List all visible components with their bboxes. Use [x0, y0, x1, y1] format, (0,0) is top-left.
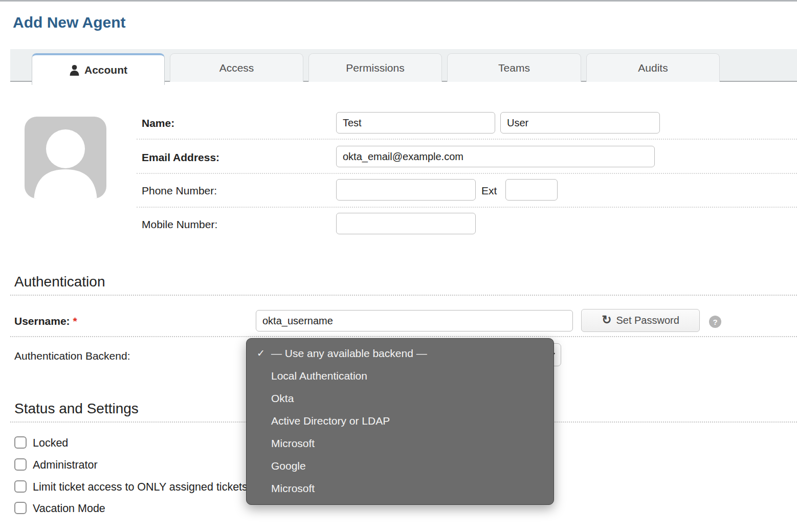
status-settings-heading: Status and Settings	[14, 401, 139, 417]
page-title: Add New Agent	[13, 14, 126, 31]
menu-option-use-any-backend[interactable]: ✓ — Use any available backend —	[247, 342, 554, 365]
tab-permissions[interactable]: Permissions	[308, 53, 442, 82]
locked-checkbox[interactable]	[14, 436, 27, 449]
tab-permissions-label: Permissions	[346, 62, 404, 74]
refresh-icon: ↻	[602, 314, 611, 326]
email-input[interactable]	[336, 146, 655, 167]
menu-option-label: Microsoft	[271, 437, 315, 449]
last-name-input[interactable]	[500, 112, 660, 134]
mobile-input[interactable]	[336, 213, 476, 234]
set-password-button[interactable]: ↻ Set Password	[581, 309, 700, 332]
authentication-backend-menu: ✓ — Use any available backend — Local Au…	[246, 338, 554, 505]
set-password-label: Set Password	[616, 315, 679, 326]
tab-audits[interactable]: Audits	[586, 53, 720, 82]
menu-option-local-authentication[interactable]: Local Authentication	[247, 365, 554, 387]
limit-ticket-access-label: Limit ticket access to ONLY assigned tic…	[33, 481, 248, 494]
locked-label: Locked	[33, 437, 68, 450]
username-label: Username:*	[14, 315, 77, 327]
tab-account-label: Account	[84, 64, 127, 76]
tab-teams-label: Teams	[498, 62, 530, 74]
check-icon: ✓	[257, 342, 265, 365]
help-icon[interactable]: ?	[709, 316, 721, 328]
account-person-icon	[69, 64, 80, 76]
menu-option-label: — Use any available backend —	[271, 347, 427, 359]
tab-account[interactable]: Account	[32, 53, 165, 85]
avatar	[25, 117, 106, 198]
tab-teams[interactable]: Teams	[447, 53, 581, 82]
authentication-heading: Authentication	[14, 274, 105, 290]
row-separator	[10, 336, 797, 337]
mobile-label: Mobile Number:	[142, 218, 217, 231]
menu-option-label: Microsoft	[271, 482, 315, 494]
menu-option-active-directory-ldap[interactable]: Active Directory or LDAP	[247, 410, 554, 432]
username-label-text: Username:	[14, 315, 70, 327]
menu-option-label: Local Authentication	[271, 370, 367, 382]
administrator-checkbox[interactable]	[14, 458, 27, 471]
menu-option-microsoft-1[interactable]: Microsoft	[247, 432, 554, 455]
name-label: Name:	[142, 117, 174, 129]
menu-option-microsoft-2[interactable]: Microsoft	[247, 477, 554, 500]
phone-input[interactable]	[336, 179, 476, 201]
menu-option-label: Google	[271, 460, 306, 472]
phone-ext-input[interactable]	[505, 179, 558, 201]
username-input[interactable]	[256, 310, 573, 331]
phone-label: Phone Number:	[142, 185, 217, 197]
vacation-mode-checkbox[interactable]	[14, 502, 27, 514]
first-name-input[interactable]	[336, 112, 495, 134]
menu-option-okta[interactable]: Okta	[247, 387, 554, 410]
menu-option-google[interactable]: Google	[247, 455, 554, 477]
menu-option-label: Okta	[271, 392, 294, 404]
phone-ext-label: Ext	[481, 185, 497, 197]
section-separator	[10, 295, 797, 296]
administrator-label: Administrator	[33, 459, 98, 472]
email-label: Email Address:	[142, 151, 219, 164]
limit-ticket-access-checkbox[interactable]	[14, 480, 27, 493]
row-separator	[137, 173, 797, 174]
row-separator	[137, 207, 797, 208]
required-asterisk: *	[73, 315, 77, 327]
authentication-backend-label: Authentication Backend:	[14, 350, 130, 362]
row-separator	[137, 139, 797, 140]
tab-access-label: Access	[219, 62, 254, 74]
menu-option-label: Active Directory or LDAP	[271, 415, 390, 427]
tab-access[interactable]: Access	[170, 53, 303, 82]
vacation-mode-label: Vacation Mode	[33, 502, 105, 515]
tab-audits-label: Audits	[638, 62, 668, 74]
help-icon-glyph: ?	[713, 318, 717, 326]
top-divider-bar	[0, 0, 797, 2]
